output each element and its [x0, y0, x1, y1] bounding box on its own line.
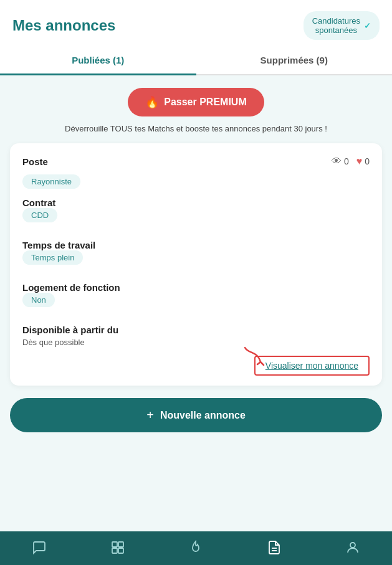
- views-stat: 👁 0: [332, 156, 349, 167]
- likes-stat: ♥ 0: [356, 156, 370, 167]
- tabs-container: Publiées (1) Supprimées (9): [0, 46, 392, 75]
- stats-row: 👁 0 ♥ 0: [332, 156, 370, 167]
- premium-button-label: Passer PREMIUM: [164, 97, 247, 108]
- premium-button[interactable]: 🔥 Passer PREMIUM: [128, 88, 264, 116]
- heart-icon: ♥: [356, 156, 363, 167]
- nav-item-profile[interactable]: [345, 540, 360, 555]
- eye-icon: 👁: [332, 156, 342, 167]
- temps-block: Temps de travail Temps plein: [22, 240, 370, 273]
- svg-point-6: [350, 543, 355, 548]
- annonce-card: Poste 👁 0 ♥ 0 Rayonniste Contrat CDD Tem…: [10, 143, 382, 386]
- nouvelle-annonce-label: Nouvelle annonce: [160, 410, 246, 421]
- temps-tag: Temps plein: [22, 250, 83, 265]
- document-icon: [267, 540, 282, 555]
- views-count: 0: [344, 156, 349, 166]
- svg-rect-0: [112, 542, 117, 547]
- temps-label: Temps de travail: [22, 240, 370, 250]
- page-title: Mes annonces: [12, 17, 115, 34]
- card-header: Poste 👁 0 ♥ 0: [22, 156, 370, 167]
- flame-nav-icon: [188, 540, 203, 555]
- tab-supprimees[interactable]: Supprimées (9): [196, 46, 393, 74]
- disponible-label: Disponible à partir du: [22, 325, 370, 335]
- search-icon: [110, 540, 125, 555]
- nouvelle-annonce-button[interactable]: + Nouvelle annonce: [10, 398, 382, 432]
- contrat-label: Contrat: [22, 197, 370, 208]
- header: Mes annonces Candidatures spontanées ✓: [0, 0, 392, 46]
- nav-item-chat[interactable]: [32, 540, 47, 555]
- chat-icon: [32, 540, 47, 555]
- svg-rect-3: [118, 548, 123, 553]
- flame-icon: 🔥: [145, 95, 159, 109]
- nav-item-flame[interactable]: [188, 540, 203, 555]
- arrow-container: [239, 344, 270, 372]
- premium-description: Déverrouille TOUS tes Matchs et booste t…: [65, 124, 327, 133]
- disponible-value: Dès que possible: [22, 338, 370, 347]
- contrat-block: Contrat CDD: [22, 197, 370, 231]
- likes-count: 0: [365, 156, 370, 166]
- plus-icon: +: [146, 408, 154, 422]
- disponible-block: Disponible à partir du Dès que possible: [22, 325, 370, 347]
- tab-publiees[interactable]: Publiées (1): [0, 46, 196, 74]
- poste-tag: Rayonniste: [22, 174, 80, 189]
- candidatures-label: Candidatures spontanées: [312, 16, 360, 35]
- premium-section: 🔥 Passer PREMIUM Déverrouille TOUS tes M…: [0, 75, 392, 143]
- nav-item-search[interactable]: [110, 540, 125, 555]
- bottom-nav: [0, 531, 392, 565]
- nav-item-document[interactable]: [267, 540, 282, 555]
- svg-rect-1: [118, 542, 123, 547]
- logement-block: Logement de fonction Non: [22, 282, 370, 316]
- action-row: Visualiser mon annonce: [22, 356, 370, 376]
- visualiser-button[interactable]: Visualiser mon annonce: [254, 356, 370, 376]
- profile-icon: [345, 540, 360, 555]
- visualiser-label: Visualiser mon annonce: [265, 361, 358, 371]
- svg-rect-2: [112, 548, 117, 553]
- poste-label: Poste: [22, 156, 48, 167]
- logement-label: Logement de fonction: [22, 282, 370, 293]
- candidatures-button[interactable]: Candidatures spontanées ✓: [304, 11, 380, 40]
- check-icon: ✓: [364, 21, 371, 31]
- arrow-icon: [239, 344, 270, 369]
- logement-tag: Non: [22, 293, 55, 307]
- contrat-tag: CDD: [22, 208, 57, 222]
